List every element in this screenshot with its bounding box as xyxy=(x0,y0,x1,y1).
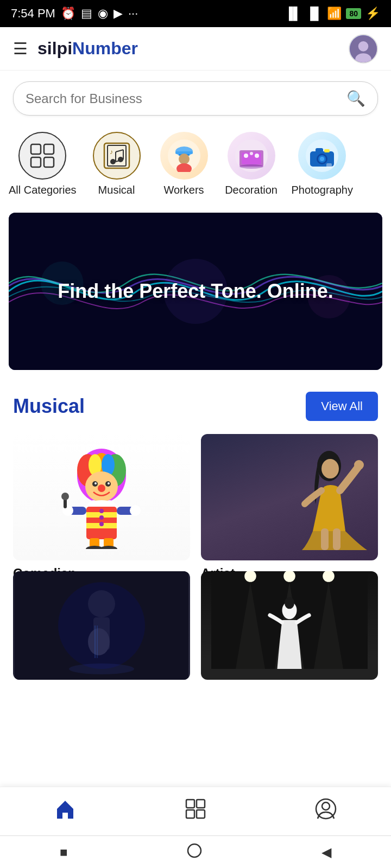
search-icon: 🔍 xyxy=(346,90,365,107)
svg-rect-93 xyxy=(186,800,194,808)
header-left: ☰ silpiNumber xyxy=(13,39,138,59)
android-triangle[interactable]: ◀ xyxy=(321,845,331,860)
android-square[interactable]: ■ xyxy=(60,845,68,860)
svg-point-65 xyxy=(99,509,104,513)
all-categories-icon xyxy=(18,132,66,180)
category-photography[interactable]: Photography xyxy=(292,132,353,196)
signal-icon: ▐▌ xyxy=(285,7,301,21)
svg-point-71 xyxy=(100,546,117,549)
status-time: 7:54 PM xyxy=(11,7,55,21)
promo-banner: Find the Perfect Tone. Online. xyxy=(9,213,382,370)
svg-point-84 xyxy=(58,582,145,669)
svg-point-85 xyxy=(69,663,134,674)
svg-rect-36 xyxy=(326,163,332,168)
musical-section-title: Musical xyxy=(13,395,85,418)
svg-point-26 xyxy=(250,152,253,155)
svg-point-62 xyxy=(130,505,141,516)
home-icon xyxy=(54,798,76,825)
status-bar: 7:54 PM ⏰ ▤ ◉ ▶ ··· ▐▌ ▐▌ 📶 80 ⚡ xyxy=(0,0,391,27)
svg-point-52 xyxy=(98,484,105,492)
workers-icon xyxy=(160,132,208,180)
svg-rect-6 xyxy=(44,157,54,167)
artist-card[interactable]: Artist xyxy=(201,434,378,560)
profile-icon xyxy=(315,798,337,825)
grid-icon xyxy=(185,798,206,825)
banner-tagline: Find the Perfect Tone. Online. xyxy=(41,280,349,303)
category-musical[interactable]: ♪ Musical xyxy=(90,132,144,196)
android-circle[interactable] xyxy=(187,843,202,861)
photography-icon xyxy=(298,132,346,180)
musical-cards-grid: Comedian xyxy=(13,434,378,685)
app-logo: silpiNumber xyxy=(37,39,138,59)
svg-rect-96 xyxy=(197,810,205,818)
svg-point-33 xyxy=(320,157,324,161)
charging-icon: ⚡ xyxy=(365,7,380,21)
wifi-icon: 📶 xyxy=(327,7,342,21)
svg-point-67 xyxy=(99,522,104,526)
logo-silpi: silpi xyxy=(37,39,72,58)
musician-card-image xyxy=(13,571,190,680)
status-left: 7:54 PM ⏰ ▤ ◉ ▶ ··· xyxy=(11,7,138,21)
svg-rect-95 xyxy=(186,810,194,818)
svg-point-75 xyxy=(354,460,364,470)
svg-rect-5 xyxy=(31,157,41,167)
svg-text:♪: ♪ xyxy=(110,148,113,156)
android-navigation: ■ ◀ xyxy=(0,835,391,868)
musician-card[interactable] xyxy=(13,571,190,685)
decoration-label: Decoration xyxy=(225,184,278,196)
svg-rect-94 xyxy=(197,800,205,808)
svg-point-1 xyxy=(358,41,369,52)
status-right: ▐▌ ▐▌ 📶 80 ⚡ xyxy=(285,7,380,21)
category-all[interactable]: All Categories xyxy=(9,132,77,196)
nav-home[interactable] xyxy=(38,793,92,830)
search-box[interactable]: 🔍 xyxy=(13,81,378,116)
svg-point-64 xyxy=(61,493,69,500)
musical-section-header: Musical View All xyxy=(13,392,378,421)
signal2-icon: ▐▌ xyxy=(306,7,323,21)
avatar[interactable] xyxy=(349,34,378,63)
youtube-icon: ▶ xyxy=(113,7,123,21)
app-header: ☰ silpiNumber xyxy=(0,27,391,71)
search-input[interactable] xyxy=(26,91,346,106)
decoration-icon xyxy=(228,132,275,180)
svg-point-9 xyxy=(110,159,116,164)
photography-label: Photography xyxy=(292,184,353,196)
bottom-navigation xyxy=(0,787,391,835)
svg-point-28 xyxy=(239,164,263,169)
performer-card-image xyxy=(201,571,378,680)
comedian-card[interactable]: Comedian xyxy=(13,434,190,560)
headphone-icon: ◉ xyxy=(98,7,108,21)
logo-number: Number xyxy=(72,39,138,58)
svg-point-98 xyxy=(322,802,330,810)
all-categories-label: All Categories xyxy=(9,184,77,196)
battery-icon: 80 xyxy=(346,8,361,19)
search-container: 🔍 xyxy=(0,71,391,126)
svg-rect-3 xyxy=(31,144,41,154)
svg-rect-76 xyxy=(321,528,329,550)
alarm-icon: ⏰ xyxy=(61,7,75,21)
categories-row: All Categories ♪ Musical xyxy=(0,126,391,207)
message-icon: ▤ xyxy=(81,7,92,21)
svg-point-99 xyxy=(188,844,201,857)
svg-point-25 xyxy=(244,154,248,158)
svg-point-66 xyxy=(99,515,104,520)
category-workers[interactable]: Workers xyxy=(157,132,211,196)
musical-icon: ♪ xyxy=(93,132,141,180)
comedian-card-image xyxy=(13,434,190,560)
workers-label: Workers xyxy=(163,184,204,196)
svg-point-20 xyxy=(179,154,190,164)
svg-point-27 xyxy=(255,154,259,158)
category-decoration[interactable]: Decoration xyxy=(224,132,279,196)
svg-point-92 xyxy=(287,598,293,604)
artist-card-image xyxy=(201,434,378,560)
more-icon: ··· xyxy=(128,7,138,21)
nav-categories[interactable] xyxy=(168,793,223,830)
performer-card[interactable] xyxy=(201,571,378,685)
svg-rect-4 xyxy=(44,144,54,154)
svg-rect-35 xyxy=(324,149,330,152)
nav-profile[interactable] xyxy=(299,793,353,830)
svg-point-51 xyxy=(108,482,110,484)
view-all-button[interactable]: View All xyxy=(306,392,378,421)
menu-button[interactable]: ☰ xyxy=(13,39,28,58)
svg-rect-77 xyxy=(333,528,340,550)
